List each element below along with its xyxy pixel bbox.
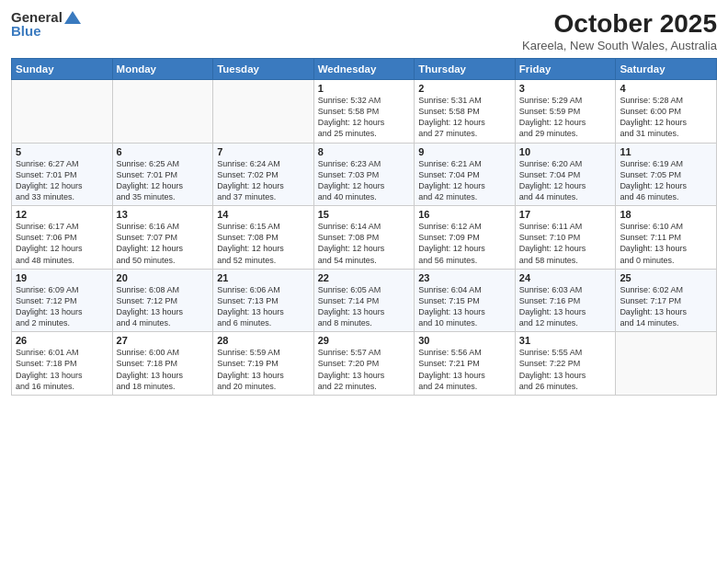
day-info: Sunrise: 6:23 AM Sunset: 7:03 PM Dayligh… xyxy=(318,158,411,203)
day-number: 26 xyxy=(16,335,108,346)
calendar-day: 26Sunrise: 6:01 AM Sunset: 7:18 PM Dayli… xyxy=(12,332,113,396)
calendar-day: 3Sunrise: 5:29 AM Sunset: 5:59 PM Daylig… xyxy=(515,80,616,144)
day-number: 27 xyxy=(117,335,210,346)
day-number: 10 xyxy=(519,146,612,157)
calendar-day: 24Sunrise: 6:03 AM Sunset: 7:16 PM Dayli… xyxy=(515,269,616,332)
day-number: 8 xyxy=(318,146,411,157)
day-info: Sunrise: 5:28 AM Sunset: 6:00 PM Dayligh… xyxy=(620,95,712,140)
day-number: 21 xyxy=(217,272,310,283)
day-info: Sunrise: 6:15 AM Sunset: 7:08 PM Dayligh… xyxy=(217,221,310,266)
col-monday: Monday xyxy=(112,59,213,80)
day-number: 19 xyxy=(16,272,108,283)
calendar-week-5: 26Sunrise: 6:01 AM Sunset: 7:18 PM Dayli… xyxy=(12,332,717,396)
calendar-day: 6Sunrise: 6:25 AM Sunset: 7:01 PM Daylig… xyxy=(112,143,213,206)
day-number: 9 xyxy=(418,146,511,157)
day-info: Sunrise: 6:12 AM Sunset: 7:09 PM Dayligh… xyxy=(418,221,511,266)
day-info: Sunrise: 6:14 AM Sunset: 7:08 PM Dayligh… xyxy=(318,221,411,266)
logo-blue-text: Blue xyxy=(11,23,41,39)
calendar-header-row: Sunday Monday Tuesday Wednesday Thursday… xyxy=(12,59,717,80)
day-info: Sunrise: 5:55 AM Sunset: 7:22 PM Dayligh… xyxy=(519,347,612,392)
day-info: Sunrise: 6:10 AM Sunset: 7:11 PM Dayligh… xyxy=(620,221,712,266)
day-number: 6 xyxy=(117,146,210,157)
day-info: Sunrise: 6:04 AM Sunset: 7:15 PM Dayligh… xyxy=(418,284,511,329)
day-number: 24 xyxy=(519,272,612,283)
calendar-day: 19Sunrise: 6:09 AM Sunset: 7:12 PM Dayli… xyxy=(12,269,113,332)
calendar-day: 14Sunrise: 6:15 AM Sunset: 7:08 PM Dayli… xyxy=(213,206,314,270)
col-saturday: Saturday xyxy=(616,59,717,80)
day-info: Sunrise: 6:08 AM Sunset: 7:12 PM Dayligh… xyxy=(117,284,210,329)
calendar-day: 7Sunrise: 6:24 AM Sunset: 7:02 PM Daylig… xyxy=(213,143,314,206)
calendar-day: 30Sunrise: 5:56 AM Sunset: 7:21 PM Dayli… xyxy=(415,332,516,396)
day-number: 18 xyxy=(620,209,712,220)
svg-marker-0 xyxy=(64,11,81,24)
calendar-week-1: 1Sunrise: 5:32 AM Sunset: 5:58 PM Daylig… xyxy=(12,80,717,144)
calendar-day: 5Sunrise: 6:27 AM Sunset: 7:01 PM Daylig… xyxy=(12,143,113,206)
day-number: 12 xyxy=(16,209,108,220)
logo-icon xyxy=(64,11,81,24)
logo: General Blue xyxy=(11,9,81,39)
day-info: Sunrise: 6:00 AM Sunset: 7:18 PM Dayligh… xyxy=(117,347,210,392)
day-info: Sunrise: 6:11 AM Sunset: 7:10 PM Dayligh… xyxy=(519,221,612,266)
day-info: Sunrise: 5:56 AM Sunset: 7:21 PM Dayligh… xyxy=(418,347,511,392)
col-friday: Friday xyxy=(515,59,616,80)
day-info: Sunrise: 5:31 AM Sunset: 5:58 PM Dayligh… xyxy=(418,95,511,140)
day-number: 7 xyxy=(217,146,310,157)
calendar-day: 4Sunrise: 5:28 AM Sunset: 6:00 PM Daylig… xyxy=(616,80,717,144)
title-area: October 2025 Kareela, New South Wales, A… xyxy=(522,9,717,52)
day-number: 3 xyxy=(519,83,612,94)
day-number: 1 xyxy=(318,83,411,94)
day-info: Sunrise: 6:25 AM Sunset: 7:01 PM Dayligh… xyxy=(117,158,210,203)
calendar-day: 25Sunrise: 6:02 AM Sunset: 7:17 PM Dayli… xyxy=(616,269,717,332)
day-number: 23 xyxy=(418,272,511,283)
day-number: 2 xyxy=(418,83,511,94)
day-info: Sunrise: 6:24 AM Sunset: 7:02 PM Dayligh… xyxy=(217,158,310,203)
calendar-day xyxy=(616,332,717,396)
calendar-table: Sunday Monday Tuesday Wednesday Thursday… xyxy=(11,58,717,396)
day-info: Sunrise: 6:27 AM Sunset: 7:01 PM Dayligh… xyxy=(16,158,108,203)
day-info: Sunrise: 5:59 AM Sunset: 7:19 PM Dayligh… xyxy=(217,347,310,392)
calendar-day: 22Sunrise: 6:05 AM Sunset: 7:14 PM Dayli… xyxy=(313,269,415,332)
calendar-day: 13Sunrise: 6:16 AM Sunset: 7:07 PM Dayli… xyxy=(112,206,213,270)
col-tuesday: Tuesday xyxy=(213,59,314,80)
day-info: Sunrise: 6:20 AM Sunset: 7:04 PM Dayligh… xyxy=(519,158,612,203)
calendar-body: 1Sunrise: 5:32 AM Sunset: 5:58 PM Daylig… xyxy=(12,80,717,396)
calendar-day: 1Sunrise: 5:32 AM Sunset: 5:58 PM Daylig… xyxy=(313,80,415,144)
day-number: 31 xyxy=(519,335,612,346)
calendar-day: 23Sunrise: 6:04 AM Sunset: 7:15 PM Dayli… xyxy=(415,269,516,332)
day-info: Sunrise: 6:21 AM Sunset: 7:04 PM Dayligh… xyxy=(418,158,511,203)
day-number: 13 xyxy=(117,209,210,220)
day-info: Sunrise: 5:57 AM Sunset: 7:20 PM Dayligh… xyxy=(318,347,411,392)
calendar-day xyxy=(213,80,314,144)
day-number: 22 xyxy=(318,272,411,283)
day-number: 11 xyxy=(620,146,712,157)
calendar-day: 27Sunrise: 6:00 AM Sunset: 7:18 PM Dayli… xyxy=(112,332,213,396)
day-info: Sunrise: 6:06 AM Sunset: 7:13 PM Dayligh… xyxy=(217,284,310,329)
day-number: 5 xyxy=(16,146,108,157)
calendar-day: 2Sunrise: 5:31 AM Sunset: 5:58 PM Daylig… xyxy=(415,80,516,144)
col-thursday: Thursday xyxy=(415,59,516,80)
calendar-day: 28Sunrise: 5:59 AM Sunset: 7:19 PM Dayli… xyxy=(213,332,314,396)
day-number: 25 xyxy=(620,272,712,283)
day-number: 4 xyxy=(620,83,712,94)
day-number: 14 xyxy=(217,209,310,220)
calendar-day: 29Sunrise: 5:57 AM Sunset: 7:20 PM Dayli… xyxy=(313,332,415,396)
calendar-day: 16Sunrise: 6:12 AM Sunset: 7:09 PM Dayli… xyxy=(415,206,516,270)
calendar-day xyxy=(12,80,113,144)
calendar-day: 8Sunrise: 6:23 AM Sunset: 7:03 PM Daylig… xyxy=(313,143,415,206)
calendar-day xyxy=(112,80,213,144)
col-sunday: Sunday xyxy=(12,59,113,80)
day-info: Sunrise: 6:16 AM Sunset: 7:07 PM Dayligh… xyxy=(117,221,210,266)
day-info: Sunrise: 6:09 AM Sunset: 7:12 PM Dayligh… xyxy=(16,284,108,329)
day-number: 28 xyxy=(217,335,310,346)
calendar-day: 17Sunrise: 6:11 AM Sunset: 7:10 PM Dayli… xyxy=(515,206,616,270)
calendar-day: 10Sunrise: 6:20 AM Sunset: 7:04 PM Dayli… xyxy=(515,143,616,206)
day-info: Sunrise: 6:05 AM Sunset: 7:14 PM Dayligh… xyxy=(318,284,411,329)
calendar-day: 15Sunrise: 6:14 AM Sunset: 7:08 PM Dayli… xyxy=(313,206,415,270)
day-info: Sunrise: 6:02 AM Sunset: 7:17 PM Dayligh… xyxy=(620,284,712,329)
calendar-day: 9Sunrise: 6:21 AM Sunset: 7:04 PM Daylig… xyxy=(415,143,516,206)
calendar-day: 11Sunrise: 6:19 AM Sunset: 7:05 PM Dayli… xyxy=(616,143,717,206)
day-info: Sunrise: 6:19 AM Sunset: 7:05 PM Dayligh… xyxy=(620,158,712,203)
calendar-week-4: 19Sunrise: 6:09 AM Sunset: 7:12 PM Dayli… xyxy=(12,269,717,332)
day-info: Sunrise: 6:03 AM Sunset: 7:16 PM Dayligh… xyxy=(519,284,612,329)
calendar-week-3: 12Sunrise: 6:17 AM Sunset: 7:06 PM Dayli… xyxy=(12,206,717,270)
